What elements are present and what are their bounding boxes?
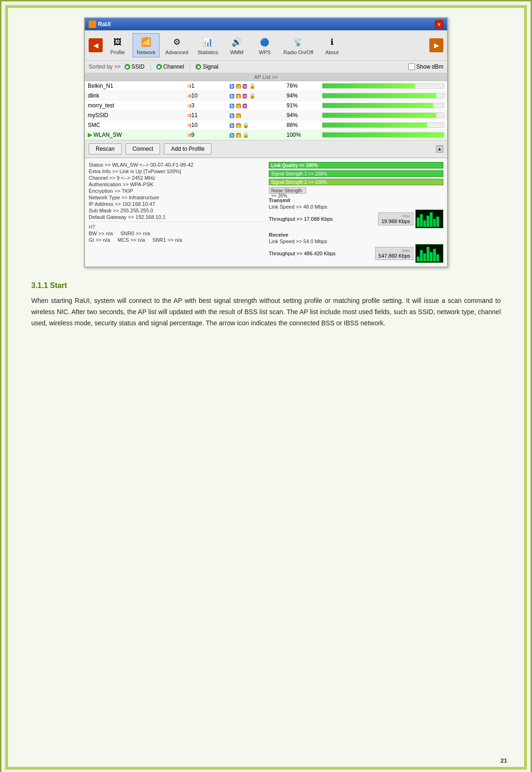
mode-n: n — [243, 84, 247, 89]
signal-pct-cell: 94% — [284, 111, 319, 120]
rx-bar-2 — [420, 250, 423, 261]
rx-kbps: Max 547.860 Kbps — [375, 247, 413, 260]
profile-icon: 🖼 — [111, 35, 124, 49]
channel-cell: ⇉10 — [184, 120, 227, 130]
tx-chart — [415, 210, 443, 228]
signal-bar-cell — [319, 120, 447, 130]
ssid-cell: morry_test — [85, 101, 184, 111]
signal-pct-cell: 100% — [284, 130, 319, 140]
table-row[interactable]: mySSID ⇉11 b g 94% — [85, 111, 447, 120]
sort-bar: Sorted by >> SSID Channel Signal Show dB… — [85, 61, 447, 73]
status-row-gateway: Default Gateway >> 192.168.10.1 — [89, 214, 263, 220]
signal-bar-cell — [319, 111, 447, 120]
tx-throughput-display: Throughput >> 17.088 Kbps Max 19.968 Kbp… — [269, 210, 443, 228]
tx-bar-6 — [433, 219, 436, 227]
lock-icon: 🔒 — [243, 132, 249, 138]
rescan-button[interactable]: Rescan — [89, 143, 122, 154]
signal-bar-cell — [319, 130, 447, 140]
connect-button[interactable]: Connect — [126, 143, 161, 154]
signal-bar-fill — [322, 133, 444, 137]
doc-section: 3.1.1 Start When starting RaUI, system w… — [27, 281, 505, 329]
toolbar-item-wmm[interactable]: 🔊 WMM — [224, 34, 250, 57]
tx-bar-5 — [430, 212, 433, 227]
table-row[interactable]: morry_test ⇉3 b g n 91% — [85, 101, 447, 111]
rx-throughput: Throughput >> 486.420 Kbps — [269, 251, 336, 256]
window-title: RaUI — [98, 21, 111, 28]
dbm-checkbox[interactable] — [408, 63, 415, 70]
lock-icon: 🔒 — [249, 83, 256, 89]
titlebar: RaUI × — [85, 18, 447, 30]
sorted-by-label: Sorted by >> — [89, 63, 121, 70]
signal-bar-fill — [322, 84, 415, 88]
ap-table: Belkin_N1 ⇉1 b g n 🔒 76% — [85, 81, 447, 140]
signal-pct-cell: 76% — [284, 81, 319, 91]
forward-button[interactable]: ▶ — [429, 38, 443, 52]
signal-strength1-value: Signal Strength 1 >> 100% — [269, 170, 443, 177]
lock-icon: 🔒 — [243, 122, 249, 128]
show-dbm-check[interactable]: Show dBm — [408, 63, 443, 70]
mode-cell: b g n 🔒 — [227, 81, 284, 91]
tx-bar-4 — [427, 216, 429, 227]
channel-radio[interactable]: Channel — [156, 63, 184, 70]
table-row[interactable]: SMC ⇉10 b g 🔒 86% — [85, 120, 447, 130]
toolbar-item-wps[interactable]: 🔵 WPS — [252, 34, 278, 57]
ssid-cell: SMC — [85, 120, 184, 130]
enc-value: Encryption >> TKIP — [89, 188, 133, 194]
divider-2 — [189, 63, 190, 71]
mode-g: g — [236, 104, 241, 108]
table-row[interactable]: Belkin_N1 ⇉1 b g n 🔒 76% — [85, 81, 447, 91]
ap-list-header: AP List >> — [85, 73, 447, 81]
wmm-icon: 🔊 — [230, 35, 243, 49]
toolbar-item-about[interactable]: ℹ About — [319, 34, 345, 57]
rx-bar-5 — [430, 252, 433, 261]
status-value: Status >> WLAN_SW <--> 00-07-40-F1-99-42 — [89, 162, 193, 168]
mode-b: b — [230, 123, 234, 128]
toolbar: ◀ 🖼 Profile 📶 Network ⚙ Advanced 📊 Stati… — [85, 30, 447, 61]
signal-label: Signal — [203, 63, 218, 70]
toolbar-item-advanced[interactable]: ⚙ Advanced — [161, 34, 192, 57]
channel-cell: ⇉11 — [184, 111, 227, 120]
status-row-ip: IP Address >> 192.168.10.47 — [89, 201, 263, 207]
back-button[interactable]: ◀ — [89, 38, 103, 52]
scroll-up-button[interactable]: ▲ — [436, 145, 443, 153]
table-row[interactable]: ▶ WLAN_SW ⇉9 b g 🔒 100% — [85, 130, 447, 140]
gateway-value: Default Gateway >> 192.168.10.1 — [89, 214, 166, 220]
mode-cell: b g — [227, 111, 284, 120]
toolbar-label-about: About — [325, 49, 339, 55]
toolbar-label-profile: Profile — [110, 49, 125, 55]
status-row-extra: Extra Info >> Link is Up [TxPower:100%] — [89, 168, 263, 174]
network-icon: 📶 — [140, 35, 153, 49]
rx-bar-7 — [436, 254, 439, 261]
mask-value: Sub Mask >> 255.255.255.0 — [89, 208, 153, 213]
toolbar-item-profile[interactable]: 🖼 Profile — [105, 34, 131, 57]
toolbar-label-radio: Radio On/Off — [283, 49, 313, 55]
close-button[interactable]: × — [435, 20, 443, 28]
statistics-icon: 📊 — [201, 35, 214, 49]
table-row[interactable]: dlink ⇉10 b g n 🔒 94% — [85, 91, 447, 101]
signal-bar-fill — [322, 113, 436, 118]
toolbar-label-wmm: WMM — [230, 49, 244, 55]
bottom-stats: BW >> n/a SNR0 >> n/a — [89, 231, 263, 236]
status-row-enc: Encryption >> TKIP — [89, 188, 263, 194]
rx-link-speed: Link Speed >> 54.0 Mbps — [269, 239, 327, 244]
status-left: Status >> WLAN_SW <--> 00-07-40-F1-99-42… — [89, 162, 263, 263]
ap-buttons: Rescan Connect Add to Profile ▲ — [85, 140, 447, 157]
toolbar-label-advanced: Advanced — [165, 49, 188, 55]
toolbar-item-radio[interactable]: 📡 Radio On/Off — [280, 34, 317, 57]
ssid-radio[interactable]: SSID — [125, 63, 145, 70]
status-row-status: Status >> WLAN_SW <--> 00-07-40-F1-99-42 — [89, 162, 263, 168]
rx-bar-6 — [433, 249, 436, 261]
lock-icon: 🔒 — [249, 93, 256, 98]
status-right: Link Quality >> 100% Signal Strength 1 >… — [269, 162, 443, 263]
show-dbm-label: Show dBm — [416, 63, 443, 70]
tx-bar-3 — [423, 220, 426, 227]
toolbar-item-statistics[interactable]: 📊 Statistics — [194, 34, 222, 57]
signal-radio[interactable]: Signal — [196, 63, 218, 70]
page-number: 21 — [501, 757, 507, 764]
status-row-channel: Channel >> 9 <--> 2452 MHz — [89, 175, 263, 181]
add-to-profile-button[interactable]: Add to Profile — [164, 143, 211, 154]
ap-list-label: AP List >> — [254, 74, 278, 80]
toolbar-item-network[interactable]: 📶 Network — [133, 33, 160, 57]
mode-n: n — [243, 94, 247, 98]
mode-g: g — [236, 113, 241, 118]
